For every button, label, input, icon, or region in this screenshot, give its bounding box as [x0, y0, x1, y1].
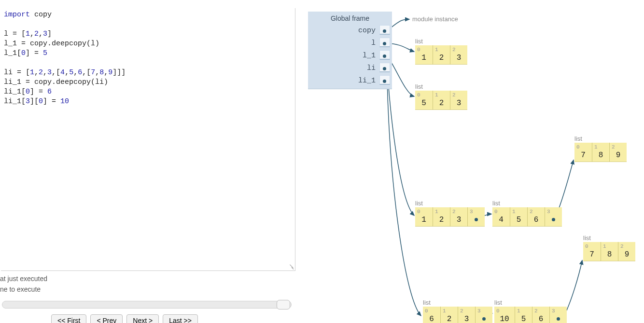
pointer-dot-icon: [383, 80, 386, 83]
list-label: list: [415, 38, 423, 45]
frame-var-copy: copy: [308, 24, 392, 37]
status-line-prev: at just executed: [0, 273, 47, 284]
last-button[interactable]: Last >>: [163, 314, 198, 323]
list-li-c: 012 789: [574, 143, 627, 162]
prev-button[interactable]: < Prev: [90, 314, 123, 323]
step-slider[interactable]: [2, 301, 292, 309]
status-line-next: ne to execute: [0, 284, 47, 295]
list-li1-a: 0123 623: [423, 307, 492, 323]
execution-status: at just executed ne to execute: [0, 273, 47, 295]
next-button[interactable]: Next >: [126, 314, 159, 323]
pointer-dot-icon: [482, 317, 486, 321]
resize-handle-icon[interactable]: [287, 263, 295, 270]
frame-var-l: l: [308, 37, 392, 49]
list-li1-b: 0123 1056: [494, 307, 567, 323]
first-button[interactable]: << First: [51, 314, 86, 323]
pointer-dot-icon: [552, 218, 555, 221]
list-label: list: [574, 135, 582, 142]
frame-var-li: li: [308, 62, 392, 74]
list-label: list: [415, 200, 423, 207]
pointer-dot-icon: [383, 54, 386, 58]
code-editor[interactable]: import copy l = [1,2,3] l_1 = copy.deepc…: [1, 8, 295, 271]
slider-thumb[interactable]: [277, 300, 290, 310]
pointer-dot-icon: [475, 218, 478, 221]
list-label: list: [415, 83, 423, 90]
list-li-b: 0123 456: [492, 207, 562, 227]
list-label: list: [423, 299, 431, 306]
frame-var-li1: li_1: [308, 74, 392, 87]
frame-var-l1: l_1: [308, 49, 392, 62]
global-frame-title: Global frame: [308, 14, 392, 22]
list-label: list: [494, 299, 502, 306]
list-l1: 012 523: [415, 91, 467, 110]
list-l: 012 123: [415, 45, 467, 65]
list-label: list: [492, 200, 500, 207]
pointer-dot-icon: [383, 42, 386, 45]
module-instance-label: module instance: [412, 15, 458, 23]
pointer-dot-icon: [383, 29, 386, 33]
pointer-dot-icon: [557, 317, 560, 321]
pointer-dot-icon: [383, 67, 386, 70]
list-li1-c: 012 789: [583, 242, 635, 261]
list-li-a: 0123 123: [415, 207, 485, 227]
global-frame: Global frame copy l l_1 li li_1: [308, 12, 392, 89]
list-label: list: [583, 234, 591, 242]
